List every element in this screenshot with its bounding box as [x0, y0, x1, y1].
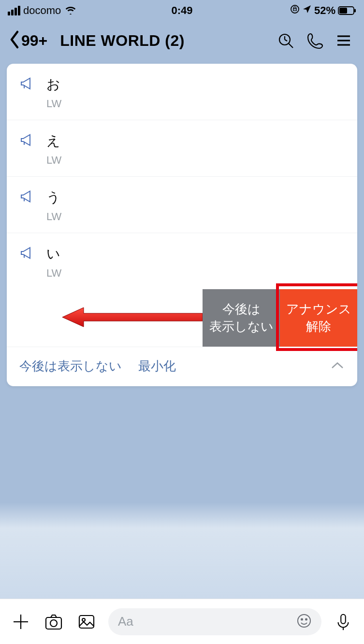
svg-point-18: [298, 615, 310, 627]
orientation-lock-icon: [290, 4, 300, 17]
svg-point-0: [291, 5, 299, 13]
call-button[interactable]: [303, 29, 326, 52]
announcement-item[interactable]: い LW: [7, 233, 357, 289]
carrier-label: docomo: [23, 4, 61, 17]
announcement-sender: LW: [46, 154, 61, 167]
status-right: 52%: [290, 4, 356, 17]
announcement-item[interactable]: う LW: [7, 177, 357, 233]
svg-marker-11: [62, 308, 203, 327]
chevron-left-icon: [9, 30, 20, 51]
megaphone-icon: [19, 188, 36, 207]
swiped-announcement-row[interactable]: 今後は 表示しない アナウンス 解除: [7, 289, 357, 347]
announcement-message: い: [46, 245, 61, 263]
svg-line-5: [289, 43, 293, 48]
back-button[interactable]: 99+: [9, 30, 47, 51]
status-bar: docomo 0:49 52%: [0, 0, 364, 21]
megaphone-icon: [19, 245, 36, 263]
swipe-arrow-annotation: [62, 307, 203, 330]
svg-rect-14: [46, 617, 61, 629]
announcement-footer: 今後は表示しない 最小化: [7, 347, 357, 386]
svg-point-17: [82, 618, 85, 621]
announcement-sender: LW: [46, 98, 61, 110]
wifi-icon: [64, 4, 77, 17]
swipe-hide-button[interactable]: 今後は 表示しない: [203, 289, 280, 347]
svg-rect-3: [354, 9, 356, 13]
battery-percent: 52%: [314, 4, 335, 17]
announcement-message: お: [46, 75, 61, 94]
gallery-button[interactable]: [75, 611, 98, 633]
announcement-card: お LW え LW う LW い LW 今後は: [7, 64, 357, 386]
svg-point-15: [50, 620, 57, 627]
announcement-item[interactable]: え LW: [7, 120, 357, 177]
svg-line-7: [285, 40, 287, 41]
megaphone-icon: [19, 132, 36, 150]
battery-icon: [338, 6, 356, 15]
chat-title: LINE WORLD (2): [60, 32, 185, 50]
megaphone-icon: [19, 75, 36, 94]
mic-button[interactable]: [332, 611, 354, 633]
swipe-unannounce-button[interactable]: アナウンス 解除: [280, 289, 357, 347]
message-input[interactable]: Aa: [108, 608, 321, 635]
announcement-sender: LW: [46, 210, 61, 223]
svg-point-19: [301, 618, 303, 620]
chat-header: 99+ LINE WORLD (2): [0, 21, 364, 60]
collapse-button[interactable]: [330, 361, 345, 372]
announcement-message: え: [46, 132, 61, 150]
signal-icon: [8, 6, 20, 15]
svg-rect-2: [339, 8, 347, 14]
location-icon: [302, 4, 312, 17]
add-button[interactable]: [10, 611, 32, 633]
status-time: 0:49: [171, 4, 192, 17]
announcement-sender: LW: [46, 267, 61, 280]
camera-button[interactable]: [43, 611, 65, 633]
minimize-link[interactable]: 最小化: [138, 358, 176, 375]
message-input-bar: Aa: [0, 599, 364, 644]
svg-rect-16: [79, 616, 94, 628]
svg-point-20: [306, 618, 307, 620]
menu-button[interactable]: [332, 29, 355, 52]
input-placeholder: Aa: [118, 614, 133, 629]
announcement-item[interactable]: お LW: [7, 64, 357, 120]
status-left: docomo: [8, 4, 77, 17]
announcement-message: う: [46, 188, 61, 207]
emoji-button[interactable]: [296, 613, 312, 630]
svg-rect-21: [341, 614, 346, 623]
search-button[interactable]: [274, 29, 297, 52]
hide-link[interactable]: 今後は表示しない: [19, 358, 122, 375]
unread-badge: 99+: [21, 32, 47, 50]
